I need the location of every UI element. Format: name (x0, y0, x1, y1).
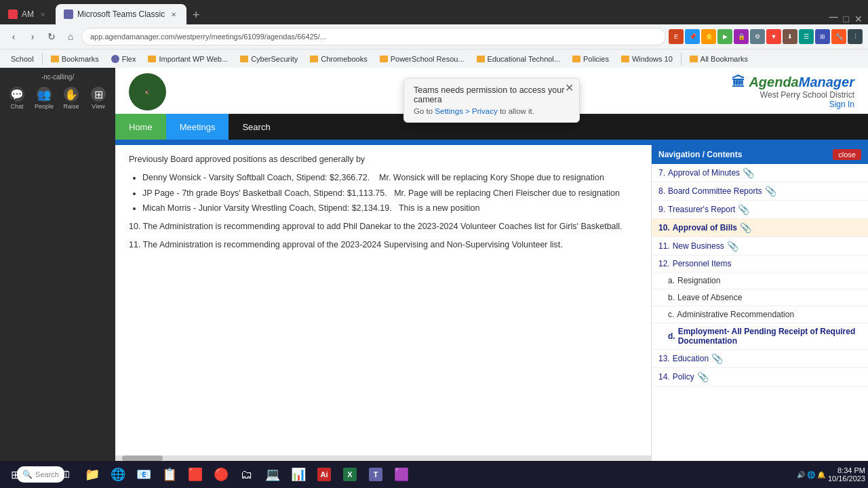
agenda-item-12a[interactable]: a. Resignation (652, 272, 868, 289)
red-app-icon: 🟥 (188, 467, 203, 482)
chart-button[interactable]: 📊 (286, 462, 311, 487)
task-view-button[interactable]: 🗓 (54, 462, 79, 487)
toolbar-icon-8[interactable]: ☰ (799, 29, 814, 44)
folder-icon-cybersecurity (240, 56, 248, 62)
bookmark-school[interactable]: School (5, 52, 39, 66)
back-button[interactable]: ‹ (5, 28, 22, 45)
toolbar-icon-10[interactable]: 🔧 (831, 29, 846, 44)
red-app-button[interactable]: 🟥 (183, 462, 208, 487)
edge-icon: 🌐 (111, 467, 125, 482)
toolbar-icon-7[interactable]: ⬇ (783, 29, 797, 44)
acrobat-button[interactable]: Ai (312, 462, 336, 487)
address-input[interactable]: app.agendamanager.com/westperry/meetings… (81, 28, 666, 45)
bookmark-powerschool[interactable]: PowerSchool Resou... (374, 52, 470, 66)
home-button[interactable]: ⌂ (62, 28, 79, 45)
tab-close-am[interactable]: ✕ (38, 9, 47, 19)
attach-icon-7: 📎 (743, 167, 754, 178)
bookmark-windows10[interactable]: Windows 10 (616, 52, 678, 66)
speaker-icon[interactable]: 🔊 (797, 471, 805, 479)
agenda-item-7-label: Approval of Minutes (668, 168, 740, 178)
forward-button[interactable]: › (24, 28, 41, 45)
extra-app-button[interactable]: 🟪 (389, 462, 414, 487)
agenda-item-12c[interactable]: c. Administrative Recommendation (652, 306, 868, 323)
bookmark-policies[interactable]: Policies (567, 52, 614, 66)
file-explorer-button[interactable]: 📁 (80, 462, 104, 487)
agenda-item-9[interactable]: 9. Treasurer's Report 📎 (652, 201, 868, 219)
agenda-item-8[interactable]: 8. Board Committee Reports 📎 (652, 182, 868, 201)
toolbar-icon-5[interactable]: ⚙ (750, 29, 765, 44)
tab-teams[interactable]: Microsoft Teams Classic ✕ (56, 4, 186, 24)
agenda-item-11-label: New Business (673, 241, 724, 251)
tab-am[interactable]: AM ✕ (0, 4, 56, 24)
teams-view-button[interactable]: ⊞ View (86, 86, 111, 110)
agenda-item-11-number: 11. (658, 241, 670, 251)
agenda-item-14[interactable]: 14. Policy 📎 (652, 368, 868, 386)
agenda-item-12a-number: a. (668, 276, 675, 285)
agenda-close-button[interactable]: close (833, 149, 861, 160)
bookmark-all[interactable]: All Bookmarks (684, 52, 753, 66)
notification-close-button[interactable]: ✕ (565, 83, 574, 94)
bookmark-cybersecurity[interactable]: CyberSecurity (235, 52, 303, 66)
search-taskbar-button[interactable]: 🔍 Search (28, 462, 53, 487)
teams-chat-button[interactable]: 💬 Chat (5, 86, 29, 110)
network-icon[interactable]: 🌐 (807, 471, 815, 479)
agenda-item-13[interactable]: 13. Education 📎 (652, 350, 868, 368)
tab-close-teams[interactable]: ✕ (169, 9, 178, 19)
taskbar-sys-icons: 🔊 🌐 🔔 (797, 471, 825, 479)
menu-button[interactable]: ⋮ (848, 29, 863, 44)
teams-button[interactable]: T (363, 462, 388, 487)
bookmark-bookmarks[interactable]: Bookmarks (45, 52, 104, 66)
agenda-item-12b[interactable]: b. Leave of Absence (652, 289, 868, 306)
minimize-button[interactable]: ─ (829, 10, 838, 24)
teams-people-button[interactable]: 👥 People (32, 86, 56, 110)
bookmark-wp-web[interactable]: Important WP Web... (142, 52, 233, 66)
nav-meetings[interactable]: Meetings (166, 114, 229, 140)
sign-in-link[interactable]: Sign In (829, 100, 854, 109)
add-tab-button[interactable]: + (186, 5, 205, 24)
agenda-item-10[interactable]: 10. Approval of Bills 📎 (652, 219, 868, 237)
restore-button[interactable]: □ (844, 14, 849, 24)
toolbar-icon-2[interactable]: ⭐ (701, 29, 716, 44)
notes-button[interactable]: 📋 (157, 462, 182, 487)
bullet-item-2: JP Page - 7th grade Boys' Basketball Coa… (142, 187, 637, 200)
bookmark-flex[interactable]: Flex (106, 52, 142, 66)
folder2-button[interactable]: 🗂 (235, 462, 259, 487)
taskbar-clock[interactable]: 8:34 PM 10/16/2023 (828, 466, 865, 483)
toolbar-icon-6[interactable]: ▼ (766, 29, 781, 44)
horizontal-scrollbar[interactable] (115, 455, 651, 461)
notification-settings-link[interactable]: Settings > Privacy (435, 107, 497, 115)
nav-home[interactable]: Home (115, 114, 166, 140)
agenda-item-12c-number: c. (668, 310, 674, 319)
chart-icon: 📊 (291, 467, 306, 482)
agenda-item-13-number: 13. (658, 354, 670, 363)
teams-icon: T (369, 468, 382, 481)
bookmark-chromebooks[interactable]: Chromebooks (304, 52, 372, 66)
nav-search[interactable]: Search (229, 114, 283, 140)
teams-raise-button[interactable]: ✋ Raise (59, 86, 83, 110)
article-area: Previously Board approved positions as d… (115, 145, 651, 461)
close-browser-button[interactable]: ✕ (854, 14, 863, 24)
taskbar-time-display: 8:34 PM (828, 466, 865, 474)
agenda-item-12[interactable]: 12. Personnel Items (652, 256, 868, 272)
scrollbar-thumb[interactable] (122, 455, 163, 461)
mail-button[interactable]: 📧 (132, 462, 156, 487)
toolbar-icon-3[interactable]: ▶ (717, 29, 732, 44)
excel-button[interactable]: X (338, 462, 362, 487)
folder2-icon: 🗂 (241, 468, 253, 482)
agenda-item-7[interactable]: 7. Approval of Minutes 📎 (652, 164, 868, 182)
toolbar-icon-1[interactable]: 📌 (685, 29, 700, 44)
toolbar-icon-9[interactable]: ⊞ (815, 29, 830, 44)
teams-call-url: -nc-calling/ (41, 73, 74, 81)
notification-icon[interactable]: 🔔 (817, 471, 825, 479)
agenda-item-8-label: Board Committee Reports (668, 186, 762, 196)
agenda-item-12d-number: d. (668, 331, 675, 341)
agenda-item-12d[interactable]: d. Employment- All Pending Receipt of Re… (652, 323, 868, 350)
monitor-button[interactable]: 💻 (260, 462, 285, 487)
circle-app-button[interactable]: 🔴 (209, 462, 233, 487)
bookmark-edtech[interactable]: Educational Technol... (471, 52, 566, 66)
reload-button[interactable]: ↻ (43, 28, 60, 45)
extensions-icon[interactable]: E (669, 29, 684, 44)
toolbar-icon-4[interactable]: 🔒 (734, 29, 749, 44)
agenda-item-11[interactable]: 11. New Business 📎 (652, 237, 868, 256)
edge-button[interactable]: 🌐 (106, 462, 130, 487)
